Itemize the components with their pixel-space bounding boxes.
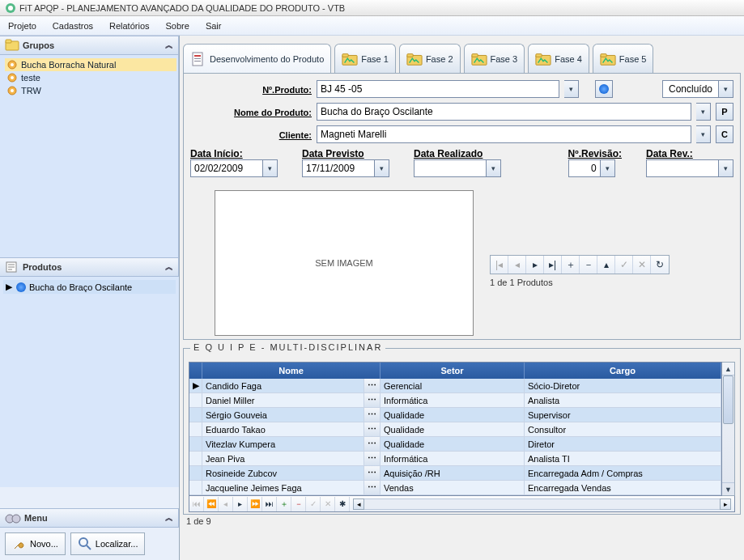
cell-setor[interactable]: Qualidade xyxy=(381,408,525,422)
hscroll-right-icon[interactable]: ▸ xyxy=(720,498,731,510)
cell-cargo[interactable]: Sócio-Diretor xyxy=(525,379,721,392)
tab-fase2[interactable]: Fase 2 xyxy=(399,44,461,73)
menu-cadastros[interactable]: Cadastros xyxy=(49,19,96,32)
nav-first-button[interactable]: |◂ xyxy=(491,256,508,274)
cell-lookup-button[interactable]: ⋯ xyxy=(364,481,381,494)
cell-nome[interactable]: Rosineide Zubcov xyxy=(202,466,364,480)
table-row[interactable]: Vitezlav Kumpera⋯QualidadeDiretor xyxy=(189,437,721,452)
scroll-thumb[interactable] xyxy=(723,375,733,424)
cell-setor[interactable]: Informática xyxy=(381,452,525,465)
localizar-button[interactable]: Localizar... xyxy=(70,532,146,555)
gf-add[interactable]: ＋ xyxy=(277,497,291,511)
tab-fase5[interactable]: Fase 5 xyxy=(593,44,654,73)
scroll-up-icon[interactable]: ▲ xyxy=(722,363,734,375)
cell-lookup-button[interactable]: ⋯ xyxy=(364,408,381,422)
gf-next[interactable]: ▸ xyxy=(233,497,248,511)
table-row[interactable]: ▶Candido Faga⋯GerencialSócio-Diretor xyxy=(189,379,721,393)
cell-lookup-button[interactable]: ⋯ xyxy=(364,422,381,436)
cliente-input[interactable] xyxy=(317,125,691,143)
novo-button[interactable]: Novo... xyxy=(5,532,66,555)
gf-confirm[interactable]: ✓ xyxy=(306,497,321,511)
tab-fase3[interactable]: Fase 3 xyxy=(464,44,525,73)
nav-confirm-button[interactable]: ✓ xyxy=(615,256,633,274)
nproduto-input[interactable] xyxy=(317,80,559,98)
nrevisao-dropdown[interactable]: ▾ xyxy=(601,159,615,177)
collapse-icon[interactable]: ︽ xyxy=(165,512,173,524)
panel-menu-header[interactable]: Menu ︽ xyxy=(0,508,179,528)
datarev-dropdown[interactable]: ▾ xyxy=(719,159,733,177)
gf-cancel[interactable]: ✕ xyxy=(321,497,335,511)
cell-cargo[interactable]: Analista xyxy=(525,393,721,407)
col-cargo[interactable]: Cargo xyxy=(525,363,721,379)
nrevisao-input[interactable] xyxy=(568,159,601,177)
cell-nome[interactable]: Candido Faga xyxy=(202,379,364,392)
col-setor[interactable]: Setor xyxy=(381,363,525,379)
data-previsto-input[interactable] xyxy=(302,159,375,177)
data-inicio-input[interactable] xyxy=(190,159,263,177)
nav-next-button[interactable]: ▸ xyxy=(526,256,544,274)
cell-nome[interactable]: Jean Piva xyxy=(202,452,364,465)
cell-cargo[interactable]: Encarregada Adm / Compras xyxy=(525,466,721,480)
cell-setor[interactable]: Qualidade xyxy=(381,422,525,436)
cell-cargo[interactable]: Encarregada Vendas xyxy=(525,481,721,494)
menu-sair[interactable]: Sair xyxy=(202,19,225,32)
nav-add-button[interactable]: ＋ xyxy=(562,256,580,274)
cell-lookup-button[interactable]: ⋯ xyxy=(364,379,381,392)
tab-fase4[interactable]: Fase 4 xyxy=(528,44,589,73)
cell-setor[interactable]: Vendas xyxy=(381,481,525,494)
cell-lookup-button[interactable]: ⋯ xyxy=(364,452,381,465)
menu-relatorios[interactable]: Relatórios xyxy=(106,19,153,32)
data-inicio-dropdown[interactable]: ▾ xyxy=(263,159,278,177)
gf-remove[interactable]: － xyxy=(291,497,306,511)
cell-nome[interactable]: Eduardo Takao xyxy=(202,422,364,436)
grupo-item[interactable]: TRW xyxy=(5,84,176,97)
grid-hscrollbar[interactable]: ◂ ▸ xyxy=(353,498,731,510)
data-previsto-dropdown[interactable]: ▾ xyxy=(375,159,389,177)
tab-fase1[interactable]: Fase 1 xyxy=(334,44,396,73)
cell-cargo[interactable]: Supervisor xyxy=(525,408,721,422)
datarev-input[interactable] xyxy=(646,159,719,177)
nav-refresh-button[interactable]: ↻ xyxy=(651,256,669,274)
status-dropdown[interactable]: ▾ xyxy=(719,80,733,98)
collapse-icon[interactable]: ︽ xyxy=(165,261,173,273)
grupo-item[interactable]: Bucha Borracha Natural xyxy=(5,58,176,71)
cell-setor[interactable]: Informática xyxy=(381,393,525,407)
table-row[interactable]: Daniel Miller⋯InformáticaAnalista xyxy=(189,393,721,408)
cell-lookup-button[interactable]: ⋯ xyxy=(364,437,381,451)
p-button[interactable]: P xyxy=(716,103,733,121)
status-indicator-button[interactable] xyxy=(595,80,613,98)
nav-remove-button[interactable]: － xyxy=(580,256,597,274)
nome-input[interactable] xyxy=(317,103,691,121)
data-realizado-dropdown[interactable]: ▾ xyxy=(487,159,501,177)
cell-cargo[interactable]: Diretor xyxy=(525,437,721,451)
nav-cancel-button[interactable]: ✕ xyxy=(633,256,651,274)
cell-nome[interactable]: Vitezlav Kumpera xyxy=(202,437,364,451)
cell-nome[interactable]: Sérgio Gouveia xyxy=(202,408,364,422)
nav-prev-button[interactable]: ◂ xyxy=(508,256,526,274)
cell-nome[interactable]: Daniel Miller xyxy=(202,393,364,407)
gf-first[interactable]: ⏮ xyxy=(189,497,204,511)
gf-nextpage[interactable]: ⏩ xyxy=(248,497,262,511)
gf-star[interactable]: ✱ xyxy=(335,497,350,511)
cell-setor[interactable]: Gerencial xyxy=(381,379,525,392)
col-nome[interactable]: Nome xyxy=(202,363,381,379)
nav-last-button[interactable]: ▸| xyxy=(544,256,562,274)
nome-dropdown[interactable]: ▾ xyxy=(696,103,711,121)
collapse-icon[interactable]: ︽ xyxy=(165,40,173,51)
grupo-item[interactable]: teste xyxy=(5,71,176,84)
cell-setor[interactable]: Aquisição /RH xyxy=(381,466,525,480)
cell-cargo[interactable]: Consultor xyxy=(525,422,721,436)
nav-edit-button[interactable]: ▴ xyxy=(597,256,615,274)
scroll-down-icon[interactable]: ▼ xyxy=(722,482,734,495)
c-button[interactable]: C xyxy=(716,125,733,143)
table-row[interactable]: Sérgio Gouveia⋯QualidadeSupervisor xyxy=(189,408,721,422)
grid-vscrollbar[interactable]: ▲ ▼ xyxy=(722,362,735,496)
gf-prevpage[interactable]: ⏪ xyxy=(204,497,219,511)
data-realizado-input[interactable] xyxy=(414,159,487,177)
table-row[interactable]: Rosineide Zubcov⋯Aquisição /RHEncarregad… xyxy=(189,466,721,481)
panel-produtos-header[interactable]: Produtos ︽ xyxy=(0,257,179,277)
table-row[interactable]: Jean Piva⋯InformáticaAnalista TI xyxy=(189,452,721,466)
gf-prev[interactable]: ◂ xyxy=(219,497,233,511)
menu-sobre[interactable]: Sobre xyxy=(163,19,193,32)
cell-cargo[interactable]: Analista TI xyxy=(525,452,721,465)
